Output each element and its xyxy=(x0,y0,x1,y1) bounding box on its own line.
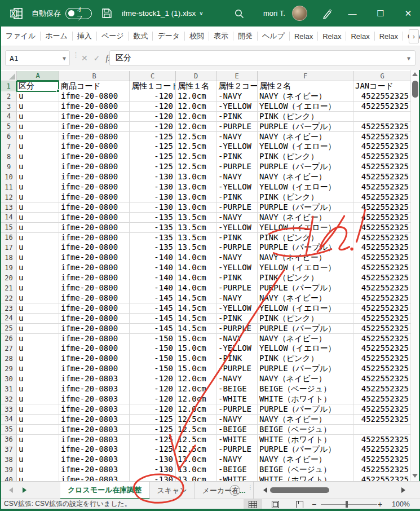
cell-D32[interactable]: 12.0cm xyxy=(176,394,216,405)
cell-E7[interactable]: -YELLOW xyxy=(216,142,258,152)
cell-F33[interactable]: PURPLE（パープル） xyxy=(258,404,353,415)
cell-B30[interactable]: ifme-20-0803 xyxy=(59,374,130,385)
cell-B4[interactable]: ifme-20-0800 xyxy=(59,112,130,122)
cell-D7[interactable]: 12.5cm xyxy=(176,142,216,152)
zoom-in-button[interactable]: + xyxy=(378,500,382,509)
cell-F4[interactable]: PINK（ピンク） xyxy=(258,112,353,122)
cell-B7[interactable]: ifme-20-0800 xyxy=(59,142,130,152)
cell-B6[interactable]: ifme-20-0800 xyxy=(59,132,130,143)
cell-E29[interactable]: -PURPLE xyxy=(216,364,258,375)
cell-A30[interactable]: u xyxy=(17,374,59,385)
row-header-4[interactable]: 4 xyxy=(1,112,17,122)
cell-E3[interactable]: -YELLOW xyxy=(216,102,258,112)
zoom-slider-track[interactable] xyxy=(321,504,377,505)
cell-F14[interactable]: NAVY（ネイビー） xyxy=(258,213,353,223)
cell-B26[interactable]: ifme-20-0800 xyxy=(59,334,130,345)
cell-G10[interactable]: 4522552325 xyxy=(353,172,412,183)
row-header-26[interactable]: 26 xyxy=(1,334,17,345)
cell-A18[interactable]: u xyxy=(17,253,59,263)
cell-G39[interactable]: 4522552325 xyxy=(353,465,412,475)
cell-C5[interactable]: -120 xyxy=(130,122,176,133)
cell-G9[interactable]: 4522552325 xyxy=(353,162,412,173)
close-button[interactable]: ✕ xyxy=(395,0,420,27)
cell-E19[interactable]: -YELLOW xyxy=(216,263,258,274)
cell-A13[interactable]: u xyxy=(17,202,59,213)
cell-A16[interactable]: u xyxy=(17,233,59,244)
cell-B28[interactable]: ifme-20-0800 xyxy=(59,354,130,364)
cell-A15[interactable]: u xyxy=(17,223,59,234)
cell-C6[interactable]: -125 xyxy=(130,132,176,143)
cell-header-E1[interactable]: 属性２コード xyxy=(216,81,258,92)
cell-G24[interactable]: 4522552325 xyxy=(353,314,412,324)
cell-C15[interactable]: -135 xyxy=(130,223,176,234)
cell-D39[interactable]: 13.0cm xyxy=(176,465,216,475)
scroll-down-icon[interactable] xyxy=(412,474,418,478)
cell-G34[interactable]: 4522552325 xyxy=(353,415,412,425)
cell-B15[interactable]: ifme-20-0800 xyxy=(59,223,130,234)
cell-A40[interactable]: u xyxy=(17,475,59,481)
cell-header-G1[interactable]: JANコード xyxy=(353,81,412,92)
sheet-nav-right-icon[interactable] xyxy=(23,487,26,493)
select-all-corner[interactable] xyxy=(1,71,17,81)
cell-E14[interactable]: -NAVY xyxy=(216,213,258,223)
cell-D29[interactable]: 15.0cm xyxy=(176,364,216,375)
ink-pen-icon[interactable] xyxy=(321,8,333,19)
cell-D3[interactable]: 12.0cm xyxy=(176,102,216,112)
cell-F10[interactable]: NAVY（ネイビー） xyxy=(258,172,353,183)
cell-F31[interactable]: BEIGE（ベージュ） xyxy=(258,384,353,395)
cell-G17[interactable]: 4522552325 xyxy=(353,243,412,253)
cell-C22[interactable]: -145 xyxy=(130,293,176,304)
row-header-3[interactable]: 3 xyxy=(1,102,17,112)
column-header-E[interactable]: E xyxy=(216,71,258,81)
cell-G38[interactable]: 4522552325 xyxy=(353,455,412,465)
cell-G30[interactable]: 4522552325 xyxy=(353,374,412,385)
cell-D25[interactable]: 14.5cm xyxy=(176,324,216,334)
row-header-36[interactable]: 36 xyxy=(1,435,17,446)
cell-E40[interactable]: -WHITE xyxy=(216,475,258,481)
cell-G4[interactable] xyxy=(353,112,412,122)
cell-G14[interactable]: 4522552325 xyxy=(353,213,412,223)
cell-D26[interactable]: 15.0cm xyxy=(176,334,216,345)
cell-F5[interactable]: PURPLE（パープル） xyxy=(258,122,353,133)
cell-A27[interactable]: u xyxy=(17,343,59,354)
cell-A14[interactable]: u xyxy=(17,213,59,223)
cell-B19[interactable]: ifme-20-0800 xyxy=(59,263,130,274)
row-header-25[interactable]: 25 xyxy=(1,324,17,334)
cell-C9[interactable]: -125 xyxy=(130,162,176,173)
cell-B34[interactable]: ifme-20-0803 xyxy=(59,415,130,425)
ribbon-tab-7[interactable]: 表示 xyxy=(210,31,232,41)
cell-E30[interactable]: -NAVY xyxy=(216,374,258,385)
row-header-6[interactable]: 6 xyxy=(1,132,17,143)
cell-D20[interactable]: 14.0cm xyxy=(176,273,216,284)
user-avatar[interactable] xyxy=(292,6,307,21)
cell-C18[interactable]: -140 xyxy=(130,253,176,263)
cell-C30[interactable]: -120 xyxy=(130,374,176,385)
cell-F23[interactable]: YELLOW（イエロー） xyxy=(258,303,353,314)
zoom-out-button[interactable]: − xyxy=(312,500,316,509)
row-header-9[interactable]: 9 xyxy=(1,162,17,173)
cell-G27[interactable]: 4522552325 xyxy=(353,343,412,354)
cell-A7[interactable]: u xyxy=(17,142,59,152)
cell-E6[interactable]: -NAVY xyxy=(216,132,258,143)
row-header-13[interactable]: 13 xyxy=(1,202,17,213)
row-header-37[interactable]: 37 xyxy=(1,444,17,455)
cell-C25[interactable]: -145 xyxy=(130,324,176,334)
cell-D30[interactable]: 12.0cm xyxy=(176,374,216,385)
cell-B25[interactable]: ifme-20-0800 xyxy=(59,324,130,334)
cell-B33[interactable]: ifme-20-0803 xyxy=(59,404,130,415)
cell-F11[interactable]: YELLOW（イエロー） xyxy=(258,182,353,193)
scroll-up-icon[interactable] xyxy=(412,72,418,76)
cell-F39[interactable]: BEIGE（ベージュ） xyxy=(258,465,353,475)
cell-B13[interactable]: ifme-20-0800 xyxy=(59,202,130,213)
search-icon[interactable] xyxy=(234,8,244,19)
cell-F30[interactable]: NAVY（ネイビー） xyxy=(258,374,353,385)
minimize-button[interactable]: — xyxy=(339,0,365,27)
column-header-B[interactable]: B xyxy=(59,71,130,81)
cell-D27[interactable]: 15.0cm xyxy=(176,343,216,354)
cell-A37[interactable]: u xyxy=(17,444,59,455)
cell-B27[interactable]: ifme-20-0800 xyxy=(59,343,130,354)
cell-B38[interactable]: ifme-20-0803 xyxy=(59,455,130,465)
cell-C2[interactable]: -120 xyxy=(130,91,176,102)
cell-E18[interactable]: -NAVY xyxy=(216,253,258,263)
row-header-40[interactable]: 40 xyxy=(1,475,17,481)
